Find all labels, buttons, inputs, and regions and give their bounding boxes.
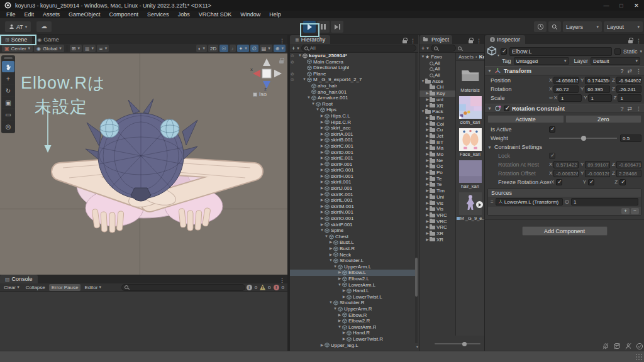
step-button[interactable]: [331, 21, 343, 33]
expand-arrow-icon[interactable]: ▶: [425, 200, 430, 207]
account-button[interactable]: AT▾: [5, 21, 31, 32]
hierarchy-item-skirti-001[interactable]: ▶skirtI.001: [290, 179, 415, 185]
project-folder-col[interactable]: ▶Col: [419, 121, 455, 128]
project-folder-ch[interactable]: CH: [419, 84, 455, 90]
search-button[interactable]: [548, 21, 561, 32]
constrain-proportions-icon[interactable]: ∞: [549, 95, 553, 101]
scene-viewport[interactable]: + ↻ ▣ ▭ ◎ Elbow.Rは 未設定: [0, 53, 287, 275]
weight-slider[interactable]: [549, 134, 617, 142]
expand-arrow-icon[interactable]: ▶: [328, 252, 333, 258]
expand-arrow-icon[interactable]: ▶: [425, 194, 430, 200]
hierarchy-add-button[interactable]: +: [292, 45, 295, 52]
maximize-button[interactable]: □: [614, 3, 629, 9]
expand-arrow-icon[interactable]: ▼: [319, 228, 325, 234]
preview-play-icon[interactable]: [476, 201, 483, 208]
hierarchy-item-skirtm-001[interactable]: ▶skirtM.001: [290, 204, 415, 210]
tab-game[interactable]: ◉ Game: [32, 35, 64, 44]
asset-materials[interactable]: Materials: [456, 64, 484, 93]
thumbnail-size-knob[interactable]: [462, 342, 467, 346]
hierarchy-item-skirtk-001[interactable]: ▶skirtK.001: [290, 192, 415, 198]
layers-dropdown[interactable]: Layers▾: [563, 21, 602, 32]
hierarchy-item-shoulder-l[interactable]: ▼Shoulder.L: [290, 258, 415, 264]
expand-arrow-icon[interactable]: ▶: [425, 163, 430, 170]
project-folder-jet[interactable]: ▶Jet: [419, 133, 455, 140]
source-object-field[interactable]: LowerArm.L (Transform): [496, 198, 563, 206]
rotation-constraint-header[interactable]: ▼ Rotation Constraint ?⇄⋮: [485, 104, 644, 113]
project-folder-vrc[interactable]: ▶VRC: [419, 219, 455, 225]
expand-arrow-icon[interactable]: ▶: [425, 90, 430, 97]
hierarchy-item-chest[interactable]: ▼Chest: [290, 234, 415, 240]
hierarchy-item-bust-r[interactable]: ▶Bust.R: [290, 246, 415, 252]
move-tool-button[interactable]: +: [2, 73, 14, 84]
tab-inspector[interactable]: i Inspector: [485, 35, 525, 44]
hierarchy-item-lowertwist-l[interactable]: ▶LowerTwist.L: [290, 294, 415, 300]
expand-arrow-icon[interactable]: ▶: [425, 188, 430, 194]
scene-panel-menu-icon[interactable]: ⋮: [279, 38, 285, 44]
pivot-dropdown[interactable]: ▣Center▾: [2, 45, 33, 52]
splitter[interactable]: [287, 35, 289, 351]
visibility-off-icon[interactable]: ⊘: [291, 71, 294, 77]
source-weight-field[interactable]: 1: [571, 198, 638, 206]
transform-tool-button[interactable]: ◎: [2, 121, 14, 132]
project-folder-all[interactable]: All: [419, 72, 455, 79]
projection-mode[interactable]: Iso: [253, 91, 267, 97]
expand-arrow-icon[interactable]: ▶: [319, 209, 325, 216]
hierarchy-item-skirtc-001[interactable]: ▶skirtC.001: [290, 143, 415, 150]
source-item[interactable]: ≡ LowerArm.L (Transform) ⊙ 1: [488, 197, 641, 207]
hierarchy-item-plane[interactable]: ⊘Plane: [290, 71, 415, 77]
hierarchy-item-root[interactable]: ▼Root: [290, 101, 415, 107]
layer-dropdown[interactable]: Default▾: [591, 57, 640, 65]
expand-arrow-icon[interactable]: ▶: [319, 197, 325, 204]
project-folder-uni[interactable]: ▶Uni: [419, 194, 455, 200]
remove-source-button[interactable]: −: [631, 208, 639, 214]
hierarchy-item-upper-leg-l[interactable]: ▶Upper_leg.L: [290, 343, 415, 349]
hierarchy-item-skirtg-001[interactable]: ▶skirtG.001: [290, 167, 415, 173]
expand-arrow-icon[interactable]: ▼: [421, 54, 425, 60]
hierarchy-item-elbow2-l[interactable]: ▶Elbow2.L: [290, 276, 415, 282]
expand-arrow-icon[interactable]: ▶: [425, 133, 430, 140]
is-active-checkbox[interactable]: [549, 126, 555, 133]
hierarchy-search-input[interactable]: All: [301, 45, 416, 52]
project-add-button[interactable]: +: [421, 45, 425, 52]
project-folder-uni[interactable]: ▶uni: [419, 97, 455, 103]
tab-console[interactable]: ▤ Console: [0, 275, 38, 283]
gameobject-name-field[interactable]: Elbow.L: [509, 47, 612, 56]
menu-file[interactable]: File: [2, 11, 20, 18]
hierarchy-item-skirto-001[interactable]: ▶skirtO.001: [290, 216, 415, 222]
expand-arrow-icon[interactable]: ▶: [319, 150, 325, 156]
console-log-area[interactable]: [0, 292, 287, 351]
play-button[interactable]: [303, 21, 316, 33]
scale-x-field[interactable]: 1: [558, 94, 582, 102]
grid-snap-dropdown[interactable]: ⊞▾: [70, 45, 82, 52]
expand-arrow-icon[interactable]: ▶: [319, 173, 325, 180]
asset-hair-kari[interactable]: hair_kari: [456, 160, 484, 189]
undo-history-button[interactable]: [534, 21, 547, 32]
hierarchy-item-elbow-l[interactable]: ▶Elbow.L: [290, 270, 415, 276]
thumbnail-size-slider[interactable]: [435, 343, 480, 344]
expand-arrow-icon[interactable]: ▶: [319, 343, 325, 349]
expand-arrow-icon[interactable]: ▶: [425, 170, 430, 176]
expand-arrow-icon[interactable]: ▼: [324, 234, 329, 240]
expand-arrow-icon[interactable]: ▼: [421, 109, 425, 115]
project-folder-pack[interactable]: ▼Pack: [419, 109, 455, 115]
component-menu-icon[interactable]: ⋮: [636, 68, 641, 74]
expand-arrow-icon[interactable]: ▶: [425, 176, 430, 182]
console-search-input[interactable]: [121, 284, 245, 291]
add-component-button[interactable]: Add Component: [522, 226, 608, 236]
presets-icon[interactable]: ⇄: [627, 106, 632, 112]
expand-arrow-icon[interactable]: ▶: [319, 167, 325, 173]
drag-handle-icon[interactable]: ≡: [491, 199, 494, 205]
static-checkbox[interactable]: [614, 48, 621, 55]
hierarchy-item-neck[interactable]: ▶Neck: [290, 252, 415, 258]
expand-arrow-icon[interactable]: ▶: [319, 131, 325, 138]
audio-toggle[interactable]: ♪: [230, 45, 236, 52]
help-icon[interactable]: ?: [620, 68, 623, 74]
asset-face-kari[interactable]: Face_kari: [456, 128, 484, 157]
expand-arrow-icon[interactable]: ▶: [341, 330, 347, 336]
project-folder-bur[interactable]: ▶Bur: [419, 115, 455, 121]
project-folder-iiit[interactable]: ▶IiIT: [419, 140, 455, 146]
expand-arrow-icon[interactable]: ▼: [333, 264, 338, 270]
editor-dropdown[interactable]: Editor▾: [82, 284, 103, 291]
inspector-panel-menu-icon[interactable]: ⋮: [636, 38, 641, 44]
rect-tool-button[interactable]: ▭: [2, 109, 14, 120]
